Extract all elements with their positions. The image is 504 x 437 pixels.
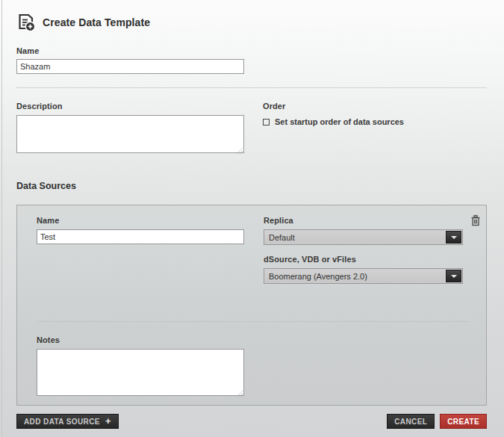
replica-dropdown-button[interactable] [446, 231, 461, 244]
data-sources-heading: Data Sources [16, 181, 487, 191]
add-data-source-button[interactable]: ADD DATA SOURCE + [16, 414, 119, 429]
window-edge-line [1, 0, 2, 437]
data-source-card: Name Replica Default dSource, VDB or vFi… [16, 205, 487, 406]
notes-label: Notes [37, 335, 468, 344]
dialog-footer: ADD DATA SOURCE + CANCEL CREATE [16, 414, 487, 429]
create-data-template-dialog: Create Data Template Name Description Or… [16, 0, 487, 429]
description-order-row: Description Order Set startup order of d… [16, 102, 487, 156]
replica-dropdown[interactable]: Default [264, 229, 463, 245]
startup-order-option[interactable]: Set startup order of data sources [263, 117, 404, 126]
data-source-selects-section: Replica Default dSource, VDB or vFiles B… [264, 216, 463, 284]
trash-icon [470, 214, 481, 226]
description-section: Description [16, 102, 244, 156]
startup-order-checkbox-label: Set startup order of data sources [275, 117, 404, 126]
replica-label: Replica [264, 216, 463, 225]
template-name-label: Name [16, 46, 487, 55]
order-label: Order [263, 102, 404, 111]
chevron-down-icon [451, 236, 457, 239]
plus-icon: + [105, 418, 111, 425]
delete-data-source-button[interactable] [470, 214, 481, 226]
dsource-dropdown-value: Boomerang (Avengers 2.0) [264, 272, 367, 281]
dsource-dropdown-button[interactable] [446, 270, 461, 282]
description-label: Description [16, 102, 244, 111]
dialog-header: Create Data Template [16, 0, 487, 32]
notes-section: Notes [37, 335, 468, 399]
template-name-section: Name [16, 46, 487, 74]
data-source-name-input[interactable] [37, 229, 244, 244]
cancel-button[interactable]: CANCEL [387, 414, 435, 429]
data-source-name-label: Name [37, 216, 244, 225]
dsource-dropdown[interactable]: Boomerang (Avengers 2.0) [264, 268, 463, 284]
template-name-input[interactable] [16, 59, 244, 74]
notes-textarea[interactable] [37, 349, 244, 396]
card-divider [37, 321, 468, 322]
create-button[interactable]: CREATE [440, 414, 487, 429]
startup-order-checkbox[interactable] [263, 119, 270, 125]
data-source-fields-row: Name Replica Default dSource, VDB or vFi… [37, 216, 468, 284]
create-template-icon [16, 13, 36, 32]
description-textarea[interactable] [16, 115, 244, 153]
data-source-name-section: Name [37, 216, 244, 284]
chevron-down-icon [451, 275, 457, 278]
add-data-source-label: ADD DATA SOURCE [24, 418, 100, 426]
order-section: Order Set startup order of data sources [263, 102, 404, 156]
replica-dropdown-value: Default [264, 233, 295, 242]
section-divider [16, 87, 487, 88]
dsource-label: dSource, VDB or vFiles [264, 255, 463, 264]
page-title: Create Data Template [43, 16, 150, 28]
